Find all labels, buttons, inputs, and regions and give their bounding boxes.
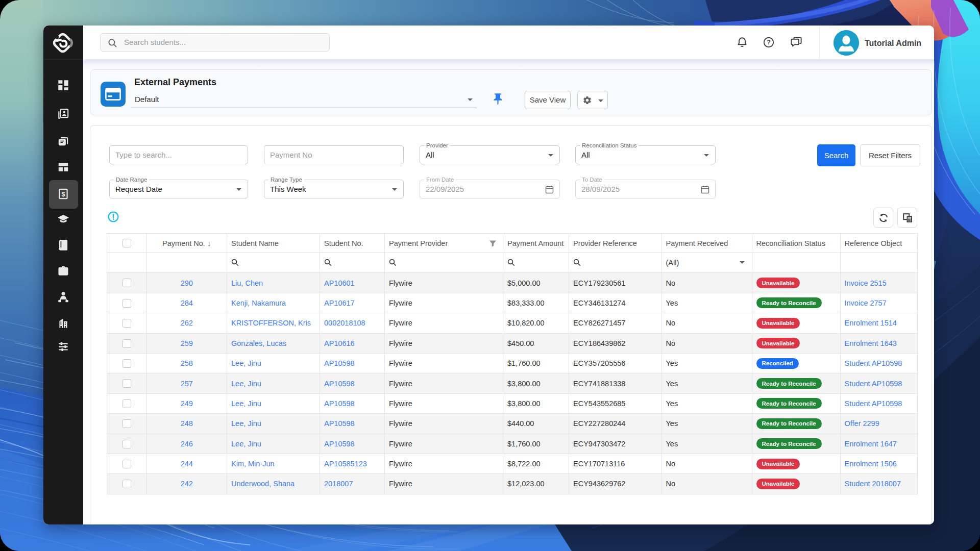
svg-text:?: ? [767, 39, 771, 46]
svg-text:$: $ [62, 191, 65, 198]
